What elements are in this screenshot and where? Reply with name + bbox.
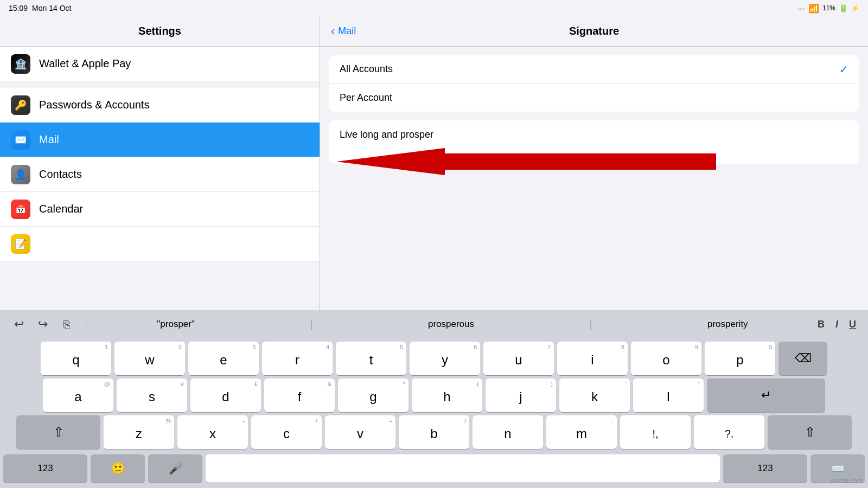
mail-icon: ✉️ (11, 130, 30, 150)
key-a[interactable]: @ a (43, 378, 113, 412)
status-bar: 15:09 Mon 14 Oct ···· 📶 11% 🔋 ⚡ (0, 0, 868, 16)
paste-button[interactable]: ⎘ (56, 314, 77, 335)
key-t-letter: t (369, 352, 373, 368)
key-s[interactable]: # s (117, 378, 187, 412)
key-d[interactable]: £ d (190, 378, 261, 412)
key-o[interactable]: 9 o (631, 342, 701, 375)
key-l[interactable]: " l (633, 378, 704, 412)
keyboard-dismiss-icon: ⌨️ (831, 462, 845, 475)
per-account-option[interactable]: Per Account (329, 84, 859, 112)
sidebar-item-calendar[interactable]: 📅 Calendar (0, 192, 320, 227)
key-h-letter: h (443, 389, 450, 404)
key-i-number: 8 (621, 344, 624, 350)
keyboard-area: ↩ ↪ ⎘ "prosper" | prosperous | prosperit… (0, 310, 868, 488)
status-date: Mon 14 Oct (32, 4, 71, 12)
key-y[interactable]: 6 y (410, 342, 480, 375)
key-d-symbol: £ (254, 381, 258, 387)
key-u[interactable]: 7 u (483, 342, 554, 375)
all-accounts-option[interactable]: All Accounts ✓ (329, 55, 859, 84)
separator-pred-1: | (310, 319, 313, 330)
key-p[interactable]: 0 p (705, 342, 775, 375)
signal-icon: ···· (797, 4, 805, 12)
key-v-symbol: = (389, 418, 392, 424)
key-a-symbol: @ (104, 381, 110, 387)
key-e-letter: e (220, 352, 227, 368)
sidebar-item-passwords[interactable]: 🔑 Passwords & Accounts (0, 88, 320, 123)
sidebar-item-notes[interactable]: 📝 (0, 227, 320, 261)
key-excl[interactable]: !, (620, 415, 691, 449)
key-e[interactable]: 3 e (188, 342, 259, 375)
key-m-letter: m (576, 426, 587, 441)
key-mic[interactable]: 🎤 (148, 454, 202, 483)
key-q-letter: q (72, 352, 79, 368)
key-123-left[interactable]: 123 (3, 454, 87, 483)
back-button[interactable]: ‹ Mail (331, 24, 356, 38)
shift-left-icon: ⇧ (53, 425, 64, 440)
pred-word-3[interactable]: prosperity (699, 317, 757, 332)
key-k[interactable]: ' k (559, 378, 630, 412)
sidebar-item-mail[interactable]: ✉️ Mail (0, 123, 320, 157)
shift-right-icon: ⇧ (805, 425, 815, 440)
key-emoji[interactable]: 🙂 (91, 454, 145, 483)
key-z-letter: z (136, 426, 142, 441)
notes-icon: 📝 (11, 234, 30, 254)
separator-vertical (86, 314, 86, 334)
key-x-symbol: - (242, 418, 245, 424)
key-a-letter: a (74, 389, 81, 404)
sidebar-item-wallet[interactable]: 🏦 Wallet & Apple Pay (0, 47, 320, 81)
key-u-number: 7 (547, 344, 551, 350)
key-f[interactable]: & f (264, 378, 335, 412)
key-123-right[interactable]: 123 (723, 454, 807, 483)
predictive-controls: ↩ ↪ ⎘ (9, 314, 77, 335)
key-return[interactable]: ↵ (707, 378, 825, 412)
key-shift-left[interactable]: ⇧ (16, 415, 100, 449)
key-q[interactable]: 1 q (41, 342, 111, 375)
key-v[interactable]: = v (325, 415, 395, 449)
key-delete[interactable]: ⌫ (778, 342, 827, 375)
emoji-icon: 🙂 (111, 461, 125, 476)
wallet-icon: 🏦 (11, 54, 30, 74)
pred-word-1[interactable]: "prosper" (148, 317, 203, 332)
signature-text: Live long and prosper (340, 129, 433, 140)
key-b-symbol: / (464, 418, 466, 424)
key-j-symbol: ) (551, 381, 553, 387)
battery-level: 11% (822, 4, 835, 12)
key-r-number: 4 (326, 344, 329, 350)
keyboard-keys: 1 q 2 w 3 e 4 r 5 t 6 y (0, 338, 868, 454)
key-x[interactable]: - x (177, 415, 248, 449)
key-i[interactable]: 8 i (557, 342, 628, 375)
sidebar-header: Settings (0, 16, 320, 47)
key-m[interactable]: : m (546, 415, 617, 449)
key-j[interactable]: ) j (486, 378, 556, 412)
separator-1 (0, 81, 320, 88)
key-t[interactable]: 5 t (336, 342, 406, 375)
status-icons: ···· 📶 11% 🔋 ⚡ (797, 3, 859, 14)
bold-button[interactable]: B (814, 318, 828, 331)
signature-box[interactable]: Live long and prosper (329, 120, 859, 164)
underline-button[interactable]: U (846, 318, 859, 331)
italic-button[interactable]: I (832, 318, 841, 331)
predictive-words: "prosper" | prosperous | prosperity (95, 317, 810, 332)
key-w[interactable]: 2 w (114, 342, 185, 375)
key-g[interactable]: * g (338, 378, 409, 412)
key-row-2: @ a # s £ d & f * g ( h (3, 378, 865, 412)
key-c[interactable]: + c (251, 415, 322, 449)
key-i-letter: i (591, 352, 593, 368)
key-question[interactable]: ?. (694, 415, 764, 449)
pred-word-2[interactable]: prosperous (419, 317, 483, 332)
key-l-symbol: " (698, 381, 700, 387)
back-chevron-icon: ‹ (331, 24, 335, 38)
key-b[interactable]: / b (399, 415, 469, 449)
sidebar-item-contacts[interactable]: 👤 Contacts (0, 157, 320, 192)
undo-button[interactable]: ↩ (9, 314, 29, 335)
key-z[interactable]: % z (104, 415, 174, 449)
redo-button[interactable]: ↪ (33, 314, 53, 335)
key-h[interactable]: ( h (412, 378, 482, 412)
key-space[interactable] (206, 454, 720, 483)
key-r[interactable]: 4 r (262, 342, 333, 375)
key-t-number: 5 (400, 344, 403, 350)
return-icon: ↵ (761, 388, 771, 402)
key-n[interactable]: ; n (473, 415, 543, 449)
key-q-number: 1 (105, 344, 108, 350)
key-shift-right[interactable]: ⇧ (768, 415, 852, 449)
